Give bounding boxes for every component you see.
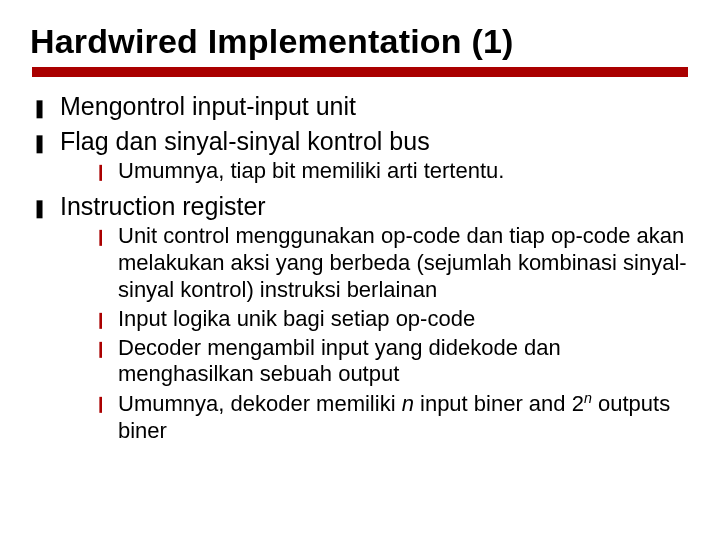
sub-bullet-icon: ❙ [94, 339, 107, 359]
sub-bullet-item: ❙ Umumnya, tiap bit memiliki arti terten… [94, 158, 690, 185]
sub-bullet-icon: ❙ [94, 394, 107, 414]
sub-bullet-text-prefix: Umumnya, dekoder memiliki [118, 392, 402, 417]
square-bullet-icon: ❚ [32, 133, 47, 155]
square-bullet-icon: ❚ [32, 198, 47, 220]
bullet-text: Mengontrol input-input unit [60, 92, 356, 120]
bullet-text: Flag dan sinyal-sinyal kontrol bus [60, 127, 430, 155]
bullet-item: ❚ Instruction register ❙ Unit control me… [30, 191, 690, 445]
sub-bullet-text: Umumnya, tiap bit memiliki arti tertentu… [118, 158, 504, 183]
bullet-text: Instruction register [60, 192, 266, 220]
sub-bullet-text: Unit control menggunakan op-code dan tia… [118, 223, 687, 302]
sub-bullet-item: ❙ Input logika unik bagi setiap op-code [94, 306, 690, 333]
sub-bullet-text-mid: input biner and 2 [414, 392, 584, 417]
sub-bullet-item: ❙ Umumnya, dekoder memiliki n input bine… [94, 390, 690, 445]
sub-bullet-list: ❙ Unit control menggunakan op-code dan t… [60, 223, 690, 445]
sub-bullet-text: Input logika unik bagi setiap op-code [118, 306, 475, 331]
slide: Hardwired Implementation (1) ❚ Mengontro… [0, 0, 720, 540]
sub-bullet-icon: ❙ [94, 310, 107, 330]
bullet-item: ❚ Mengontrol input-input unit [30, 91, 690, 122]
bullet-list: ❚ Mengontrol input-input unit ❚ Flag dan… [30, 91, 690, 445]
square-bullet-icon: ❚ [32, 98, 47, 120]
sub-bullet-list: ❙ Umumnya, tiap bit memiliki arti terten… [60, 158, 690, 185]
bullet-item: ❚ Flag dan sinyal-sinyal kontrol bus ❙ U… [30, 126, 690, 185]
sub-bullet-item: ❙ Unit control menggunakan op-code dan t… [94, 223, 690, 303]
sub-bullet-icon: ❙ [94, 227, 107, 247]
sub-bullet-icon: ❙ [94, 162, 107, 182]
exponent-n: n [584, 390, 592, 406]
sub-bullet-text: Decoder mengambil input yang didekode da… [118, 335, 561, 387]
slide-title: Hardwired Implementation (1) [30, 22, 690, 61]
sub-bullet-item: ❙ Decoder mengambil input yang didekode … [94, 335, 690, 389]
variable-n: n [402, 392, 414, 417]
title-underline [32, 67, 688, 77]
